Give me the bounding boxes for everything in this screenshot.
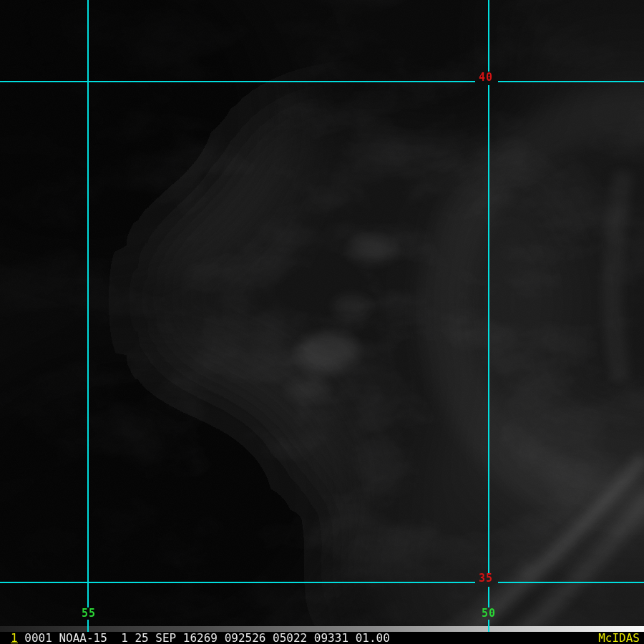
parallel-40-line [498,81,644,82]
status-bar: 1 0001 NOAA-15 1 25 SEP 16269 092526 050… [0,632,644,644]
mcidas-logo-label: McIDAS [598,633,644,644]
latitude-label-40: 40 [475,72,497,83]
longitude-label-50: 50 [478,608,499,619]
mcidas-window: 40 35 55 50 1 0001 NOAA-15 1 25 SEP 1626… [0,0,644,644]
meridian-55-line [87,620,89,632]
image-annotation: 0001 NOAA-15 1 25 SEP 16269 092526 05022… [18,633,390,644]
longitude-label-55: 55 [78,608,99,619]
latitude-label-35: 35 [475,573,497,584]
meridian-50-line [488,587,489,608]
meridian-50-line [488,0,489,72]
satellite-cloud-imagery [0,0,644,626]
frame-number: 1 [11,633,18,643]
meridian-55-line [87,0,89,608]
meridian-50-line [488,620,489,632]
parallel-35-line [0,582,475,583]
meridian-50-line [488,85,489,574]
parallel-40-line [0,81,475,82]
satellite-image-canvas[interactable] [0,0,644,626]
parallel-35-line [498,582,644,583]
